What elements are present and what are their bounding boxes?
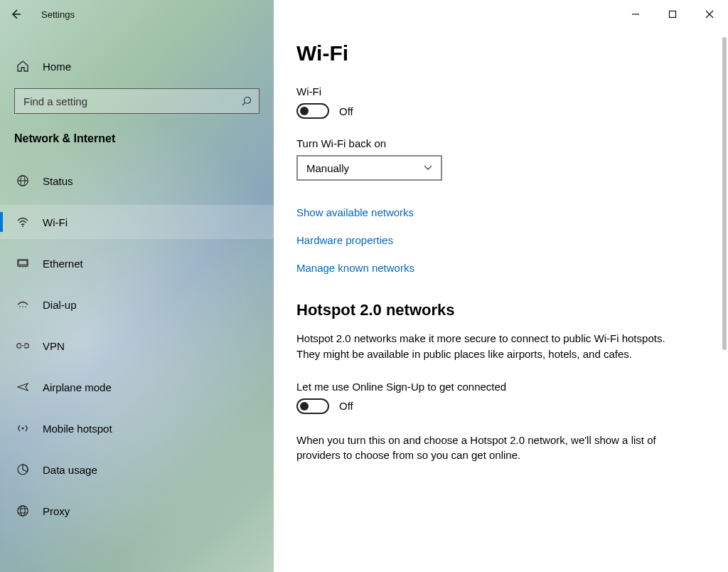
sidebar-item-vpn[interactable]: VPN xyxy=(0,329,274,363)
svg-point-5 xyxy=(22,226,23,227)
sidebar-item-dialup[interactable]: Dial-up xyxy=(0,287,274,322)
scrollbar[interactable] xyxy=(719,37,728,572)
link-show-networks[interactable]: Show available networks xyxy=(296,206,705,218)
svg-point-18 xyxy=(22,428,24,430)
sidebar-item-label: Dial-up xyxy=(43,299,77,311)
wifi-icon xyxy=(16,215,30,229)
search-input[interactable] xyxy=(22,95,242,108)
hotspot20-footer: When you turn this on and choose a Hotsp… xyxy=(296,433,691,464)
chevron-down-icon xyxy=(424,165,432,171)
select-value: Manually xyxy=(306,162,349,174)
close-button[interactable] xyxy=(691,0,728,28)
sidebar-item-hotspot[interactable]: Mobile hotspot xyxy=(0,411,274,445)
svg-line-1 xyxy=(242,103,245,106)
search-icon xyxy=(242,96,252,106)
hotspot20-description: Hotspot 2.0 networks make it more secure… xyxy=(296,331,691,362)
signup-toggle[interactable] xyxy=(296,398,329,414)
wifi-toggle-state: Off xyxy=(339,105,353,117)
turn-back-on-select[interactable]: Manually xyxy=(296,155,442,181)
svg-point-12 xyxy=(22,306,23,307)
page-title: Wi-Fi xyxy=(296,41,705,65)
main-content: Wi-Fi Wi-Fi Off Turn Wi-Fi back on Manua… xyxy=(274,0,728,572)
ethernet-icon xyxy=(16,256,30,270)
svg-point-13 xyxy=(25,306,26,307)
sidebar-nav: Status Wi-Fi Ethernet Dial-up xyxy=(0,157,274,528)
airplane-icon xyxy=(16,380,30,394)
sidebar-item-ethernet[interactable]: Ethernet xyxy=(0,246,274,280)
svg-point-23 xyxy=(21,506,25,516)
sidebar-item-proxy[interactable]: Proxy xyxy=(0,494,274,528)
search-box[interactable] xyxy=(14,88,259,114)
sidebar-item-airplane[interactable]: Airplane mode xyxy=(0,370,274,404)
minimize-button[interactable] xyxy=(617,0,654,28)
dialup-icon xyxy=(16,297,30,312)
turn-back-on-label: Turn Wi-Fi back on xyxy=(296,137,705,149)
title-bar: Settings xyxy=(0,0,274,28)
vpn-icon xyxy=(16,339,30,353)
sidebar-item-label: Status xyxy=(43,175,73,187)
svg-point-20 xyxy=(18,506,28,516)
link-manage-known-networks[interactable]: Manage known networks xyxy=(296,262,705,274)
home-icon xyxy=(16,59,30,73)
back-icon[interactable] xyxy=(10,9,24,20)
sidebar-item-label: Proxy xyxy=(43,505,70,517)
proxy-icon xyxy=(16,504,30,518)
wifi-toggle[interactable] xyxy=(296,103,329,119)
toggle-knob xyxy=(300,402,309,411)
home-label: Home xyxy=(43,60,71,73)
signup-toggle-label: Let me use Online Sign-Up to get connect… xyxy=(296,381,705,393)
maximize-button[interactable] xyxy=(654,0,691,28)
sidebar-item-status[interactable]: Status xyxy=(0,164,274,198)
svg-rect-7 xyxy=(18,260,27,265)
sidebar-home[interactable]: Home xyxy=(0,50,274,83)
window-controls xyxy=(617,0,728,28)
settings-window: Settings Home Network & Internet Status xyxy=(0,0,728,572)
sidebar-category: Network & Internet xyxy=(14,132,274,145)
app-title: Settings xyxy=(41,9,75,20)
link-hardware-properties[interactable]: Hardware properties xyxy=(296,234,705,246)
sidebar-item-label: VPN xyxy=(43,340,65,352)
globe-icon xyxy=(16,174,30,188)
toggle-knob xyxy=(300,107,309,115)
sidebar-item-wifi[interactable]: Wi-Fi xyxy=(0,205,274,239)
datausage-icon xyxy=(16,462,30,477)
sidebar: Settings Home Network & Internet Status xyxy=(0,0,274,572)
sidebar-item-label: Ethernet xyxy=(43,258,83,270)
svg-point-11 xyxy=(19,306,21,307)
svg-point-0 xyxy=(245,97,251,104)
sidebar-item-label: Mobile hotspot xyxy=(43,423,112,435)
sidebar-item-label: Data usage xyxy=(43,464,97,476)
scrollbar-thumb[interactable] xyxy=(722,37,727,350)
hotspot-icon xyxy=(16,421,30,435)
sidebar-item-label: Airplane mode xyxy=(43,381,112,393)
sidebar-item-label: Wi-Fi xyxy=(43,216,68,228)
sidebar-item-datausage[interactable]: Data usage xyxy=(0,452,274,487)
signup-toggle-state: Off xyxy=(339,400,353,412)
hotspot20-heading: Hotspot 2.0 networks xyxy=(296,301,705,319)
svg-rect-25 xyxy=(670,11,676,18)
wifi-toggle-label: Wi-Fi xyxy=(296,85,705,97)
